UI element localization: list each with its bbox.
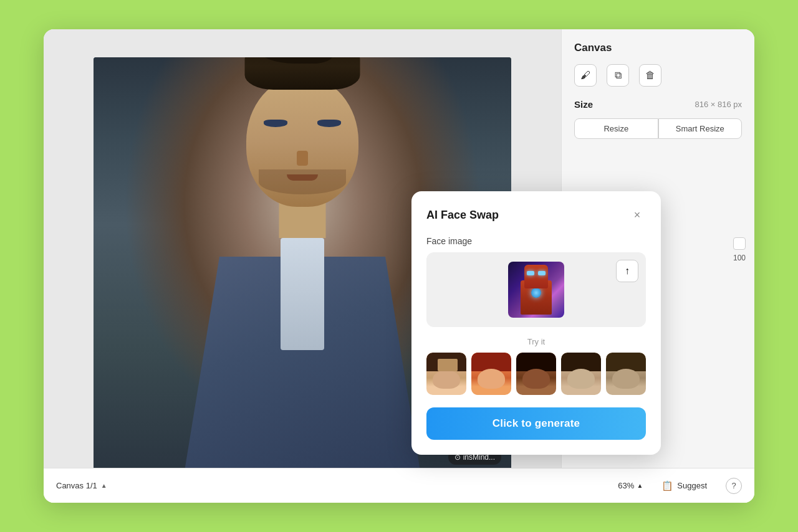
arc-reactor [531,288,541,298]
canvas-info: Canvas 1/1 ▲ [56,481,107,490]
ironman-eye-left [527,271,534,275]
chevron-up-icon[interactable]: ▲ [101,482,107,489]
canvas-label: Canvas 1/1 [56,481,97,490]
opacity-value: 100 [733,254,746,262]
bottom-bar: Canvas 1/1 ▲ 63% ▲ 📋 Suggest ? [44,468,754,503]
copy-icon: ⧉ [615,70,622,81]
ironman-helmet [524,265,548,288]
modal-header: AI Face Swap × [426,206,646,224]
face-area-1 [433,370,460,389]
modal-close-button[interactable]: × [628,206,646,224]
size-row: Size 816 × 816 px [574,99,742,110]
modal-title: AI Face Swap [426,209,499,222]
sample-faces [426,353,646,395]
shirt [281,238,324,350]
trash-icon: 🗑 [645,70,655,81]
eyes-area-1 [438,359,458,371]
upload-icon: ↑ [625,265,630,277]
uploaded-face-image [508,262,564,318]
try-it-label: Try it [426,337,646,346]
paint-icon-btn[interactable]: 🖌 [574,64,597,87]
resize-buttons: Resize Smart Resize [574,118,742,139]
generate-button[interactable]: Click to generate [426,407,646,440]
suggest-icon: 📋 [661,480,673,492]
size-value: 816 × 816 px [695,100,742,109]
face-swap-modal: AI Face Swap × Face image [411,191,661,455]
paint-icon: 🖌 [580,70,590,81]
size-label: Size [574,99,593,110]
zoom-info: 63% ▲ [618,481,643,490]
zoom-value: 63% [618,481,634,490]
suggest-label: Suggest [677,481,707,490]
face-upload-area[interactable]: ↑ [426,252,646,327]
copy-icon-btn[interactable]: ⧉ [607,64,629,87]
face-area-4 [567,369,595,389]
upload-button[interactable]: ↑ [616,260,638,282]
sample-face-3[interactable] [516,353,556,395]
suggest-button[interactable]: 📋 Suggest [655,477,713,495]
face-area-2 [478,369,505,389]
sample-face-5[interactable] [606,353,646,395]
face [246,76,358,207]
help-button[interactable]: ? [726,478,742,494]
face-area-5 [612,369,640,389]
panel-icons: 🖌 ⧉ 🗑 [574,64,742,87]
opacity-control: 100 [733,237,746,262]
zoom-chevron-icon[interactable]: ▲ [637,482,643,489]
trash-icon-btn[interactable]: 🗑 [639,64,661,87]
sample-face-4[interactable] [561,353,601,395]
face-area-3 [522,369,550,389]
smart-resize-button[interactable]: Smart Resize [658,118,743,139]
app-container: ⊙ insMind... Canvas 🖌 ⧉ 🗑 Size 816 × 816… [44,29,754,503]
ironman-eye-right [538,271,546,275]
sample-face-1[interactable] [426,353,466,395]
resize-button[interactable]: Resize [574,118,658,139]
sample-face-2[interactable] [471,353,511,395]
panel-title: Canvas [574,42,742,54]
opacity-checkbox[interactable] [733,237,746,250]
help-icon: ? [731,481,736,490]
face-image-label: Face image [426,236,646,246]
